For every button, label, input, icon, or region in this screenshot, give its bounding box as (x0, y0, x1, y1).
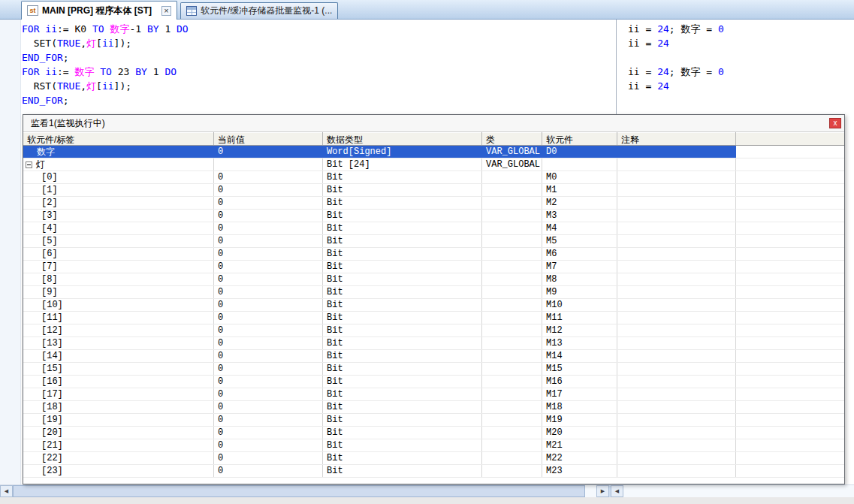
code-token: ii = (628, 38, 657, 49)
cell-cls (482, 427, 542, 439)
scroll-left-icon[interactable]: ◀ (0, 485, 13, 497)
watch-row[interactable]: [18]0BitM18 (23, 401, 844, 414)
watch-row[interactable]: [17]0BitM17 (23, 388, 844, 401)
tab-device-buffer-monitor[interactable]: 软元件/缓冲存储器批量监视-1 (... (180, 2, 338, 19)
cell-value: 0 (214, 235, 323, 247)
label-text: [6] (41, 249, 58, 259)
collapse-icon[interactable] (26, 161, 32, 168)
cell-cls (482, 197, 542, 209)
code-token: [ (96, 38, 102, 49)
cell-comment (617, 261, 736, 273)
code-token: ; 数字 = (669, 66, 718, 77)
label-text: [8] (41, 274, 58, 285)
code-token: ]); (114, 38, 131, 49)
cell-device (542, 158, 617, 171)
column-header[interactable]: 软元件/标签 (23, 132, 214, 145)
cell-device: M15 (542, 363, 617, 375)
cell-filler (736, 235, 844, 247)
cell-label: [1] (23, 184, 214, 196)
label-text: [15] (41, 364, 63, 374)
scroll-track[interactable] (623, 485, 854, 497)
cell-device: M2 (542, 197, 617, 209)
scroll-thumb[interactable] (13, 485, 585, 497)
label-text: [14] (41, 351, 63, 361)
label-text: [0] (41, 172, 58, 183)
cell-device: M19 (542, 414, 617, 426)
watch-row[interactable]: 灯Bit [24]VAR_GLOBAL (23, 158, 844, 171)
cell-comment (617, 273, 736, 285)
cell-type: Bit (323, 235, 482, 247)
cell-type: Bit (323, 439, 482, 451)
tab-main-prg-st[interactable]: st MAIN [PRG] 程序本体 [ST] × (21, 1, 177, 20)
watch-row[interactable]: [6]0BitM6 (23, 248, 844, 261)
watch-row[interactable]: [10]0BitM10 (23, 299, 844, 312)
cell-comment (617, 299, 736, 311)
watch-row[interactable]: [15]0BitM15 (23, 363, 844, 376)
watch-row[interactable]: [13]0BitM13 (23, 337, 844, 350)
tab-close-icon[interactable]: × (161, 6, 171, 16)
watch-row[interactable]: [22]0BitM22 (23, 452, 844, 465)
cell-filler (736, 184, 844, 196)
cell-comment (617, 210, 736, 222)
watch-row[interactable]: [8]0BitM8 (23, 273, 844, 286)
cell-label: [23] (23, 465, 214, 477)
cell-value: 0 (214, 273, 323, 285)
watch-row[interactable]: [3]0BitM3 (23, 210, 844, 222)
watch-row[interactable]: [5]0BitM5 (23, 235, 844, 248)
column-header[interactable]: 类 (482, 132, 542, 145)
cell-cls (482, 248, 542, 260)
cell-value: 0 (214, 350, 323, 362)
column-header[interactable]: 注释 (617, 132, 736, 145)
watch-row[interactable]: 数字0Word[Signed]VAR_GLOBALD0 (23, 146, 844, 158)
watch-row[interactable]: [7]0BitM7 (23, 261, 844, 273)
scroll-right-icon[interactable]: ▶ (596, 485, 609, 497)
cell-cls (482, 439, 542, 451)
column-header[interactable]: 当前值 (214, 132, 323, 145)
watch-row[interactable]: [21]0BitM21 (23, 439, 844, 452)
editor-hscrollbar[interactable]: ◀ ▶ (0, 484, 609, 497)
watch-row[interactable]: [16]0BitM16 (23, 376, 844, 388)
watch-row[interactable]: [12]0BitM12 (23, 324, 844, 337)
cell-cls (482, 171, 542, 183)
editor-gutter (0, 20, 21, 484)
code-token: BY (135, 66, 147, 77)
watch-row[interactable]: [11]0BitM11 (23, 312, 844, 324)
code-token: 灯 (86, 80, 96, 92)
code-lines[interactable]: FOR ii:= K0 TO 数字-1 BY 1 DO SET(TRUE,灯[i… (22, 22, 615, 107)
code-token: ; 数字 = (669, 23, 718, 35)
scroll-track[interactable] (13, 485, 596, 497)
cell-value: 0 (214, 184, 323, 196)
watch-row[interactable]: [1]0BitM1 (23, 184, 844, 197)
cell-label: [6] (23, 248, 214, 260)
watch-row[interactable]: [9]0BitM9 (23, 286, 844, 299)
cell-label: [14] (23, 350, 214, 362)
column-header-filler (736, 132, 844, 145)
monitor-hscrollbar[interactable]: ◀ (611, 484, 854, 497)
cell-cls (482, 465, 542, 477)
cell-cls (482, 363, 542, 375)
watch-row[interactable]: [0]0BitM0 (23, 171, 844, 184)
cell-filler (736, 197, 844, 209)
monitor-line: ii = 24; 数字 = 0 (628, 65, 724, 79)
cell-type: Bit (323, 248, 482, 260)
code-token: , (80, 38, 86, 49)
watch-row[interactable]: [23]0BitM23 (23, 465, 844, 478)
code-token: , (80, 80, 86, 92)
column-header[interactable]: 数据类型 (323, 132, 482, 145)
cell-type: Bit (323, 414, 482, 426)
watch-row[interactable]: [19]0BitM19 (23, 414, 844, 427)
watch-row[interactable]: [14]0BitM14 (23, 350, 844, 363)
cell-value: 0 (214, 312, 323, 324)
label-text: [7] (41, 261, 58, 272)
watch-row[interactable]: [20]0BitM20 (23, 427, 844, 439)
cell-value: 0 (214, 324, 323, 337)
cell-label: [19] (23, 414, 214, 426)
label-text: [19] (41, 415, 63, 425)
column-header[interactable]: 软元件 (542, 132, 617, 145)
cell-type: Bit (323, 312, 482, 324)
watch-row[interactable]: [4]0BitM4 (23, 222, 844, 235)
watch-title-bar[interactable]: 监看1(监视执行中) x (23, 115, 844, 132)
watch-close-button[interactable]: x (829, 118, 841, 128)
scroll-left-icon[interactable]: ◀ (611, 485, 623, 497)
watch-row[interactable]: [2]0BitM2 (23, 197, 844, 210)
